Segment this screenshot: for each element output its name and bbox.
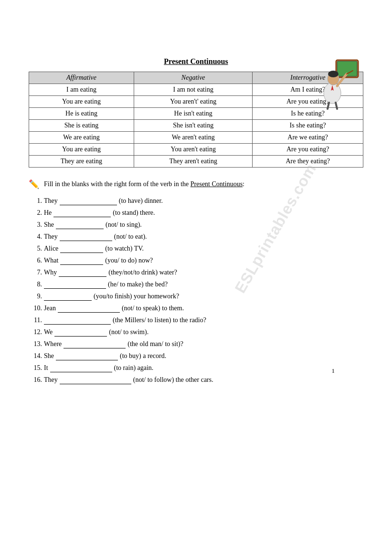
exercise-number: 16.	[29, 376, 42, 384]
answer-blank[interactable]	[60, 233, 112, 241]
exercise-list: 1.They (to have) dinner.2.He (to stand) …	[29, 197, 363, 384]
exercise-item: 11. (the Millers/ to listen) to the radi…	[29, 316, 363, 325]
exercise-hint: (to have) dinner.	[119, 197, 163, 205]
instruction-prefix: Fill in the blanks with the right form o…	[44, 180, 191, 188]
answer-blank[interactable]	[60, 245, 103, 253]
exercise-hint: (he/ to make) the bed?	[108, 281, 168, 288]
sentence-before: He	[44, 209, 52, 217]
exercise-item: 9. (you/to finish) your homework?	[29, 293, 363, 301]
table-cell: Are they eating?	[253, 156, 363, 168]
table-cell: He isn't eating	[134, 108, 253, 120]
answer-blank[interactable]	[56, 221, 104, 229]
exercise-number: 1.	[29, 197, 42, 205]
exercise-sentence: We (not/ to swim).	[44, 328, 363, 337]
answer-blank[interactable]	[60, 197, 117, 205]
table-cell: We aren't eating	[134, 132, 253, 144]
exercise-sentence: Jean (not/ to speak) to them.	[44, 305, 363, 313]
page-number: 1	[332, 367, 335, 375]
sentence-before: They	[44, 197, 58, 205]
exercise-item: 10.Jean (not/ to speak) to them.	[29, 305, 363, 313]
exercise-item: 2.He (to stand) there.	[29, 209, 363, 217]
exercise-item: 14.She (to buy) a record.	[29, 352, 363, 360]
answer-blank[interactable]	[44, 281, 106, 289]
exercise-item: 16.They (not/ to follow) the other cars.	[29, 376, 363, 384]
sentence-before: Where	[44, 340, 62, 348]
pencil-icon: ✏️	[29, 179, 39, 190]
exercise-header: ✏️ Fill in the blanks with the right for…	[29, 179, 363, 190]
exercise-sentence: They (to have) dinner.	[44, 197, 363, 205]
answer-blank[interactable]	[64, 340, 126, 348]
exercise-hint: (not/ to follow) the other cars.	[133, 376, 213, 384]
answer-blank[interactable]	[56, 352, 118, 360]
exercise-number: 12.	[29, 328, 42, 336]
table-cell: She is eating	[29, 120, 134, 132]
exercise-number: 14.	[29, 352, 42, 360]
exercise-number: 8.	[29, 281, 42, 288]
exercise-hint: (the Millers/ to listen) to the radio?	[113, 316, 206, 324]
exercise-number: 9.	[29, 293, 42, 300]
exercise-hint: (to watch) TV.	[105, 245, 144, 253]
exercise-number: 13.	[29, 340, 42, 348]
answer-blank[interactable]	[54, 328, 107, 337]
table-cell: I am eating	[29, 84, 134, 96]
table-cell: They aren't eating	[134, 156, 253, 168]
answer-blank[interactable]	[53, 209, 111, 217]
exercise-number: 3.	[29, 221, 42, 229]
exercise-hint: (they/not/to drink) water?	[108, 269, 177, 276]
exercise-hint: (you/to finish) your homework?	[94, 293, 179, 300]
table-cell: We are eating	[29, 132, 134, 144]
exercise-number: 2.	[29, 209, 42, 217]
sentence-before: Jean	[44, 305, 56, 312]
exercise-item: 1.They (to have) dinner.	[29, 197, 363, 205]
sentence-before: It	[44, 364, 48, 372]
exercise-item: 6.What (you/ to do) now?	[29, 257, 363, 265]
sentence-before: Why	[44, 269, 57, 276]
exercise-sentence: She (not/ to sing).	[44, 221, 363, 229]
answer-blank[interactable]	[59, 269, 106, 277]
answer-blank[interactable]	[44, 316, 111, 325]
answer-blank[interactable]	[60, 376, 131, 384]
exercise-sentence: She (to buy) a record.	[44, 352, 363, 360]
svg-line-9	[336, 103, 337, 109]
svg-line-8	[328, 103, 329, 109]
table-cell: They are eating	[29, 156, 134, 168]
exercise-hint: (to stand) there.	[113, 209, 155, 217]
exercise-sentence: (the Millers/ to listen) to the radio?	[44, 316, 363, 325]
col-header-negative: Negative	[134, 72, 253, 84]
exercise-number: 4.	[29, 233, 42, 241]
exercise-number: 6.	[29, 257, 42, 264]
exercise-item: 5.Alice (to watch) TV.	[29, 245, 363, 253]
table-cell: You are eating	[29, 96, 134, 108]
answer-blank[interactable]	[58, 305, 120, 313]
instruction-highlight: Present Continuous	[191, 180, 243, 188]
exercise-sentence: Why (they/not/to drink) water?	[44, 269, 363, 277]
table-cell: You are eating	[29, 144, 134, 156]
exercise-hint: (to rain) again.	[114, 364, 154, 372]
table-row: She is eatingShe isn't eatingIs she eati…	[29, 120, 363, 132]
exercise-hint: (not/ to swim).	[109, 328, 148, 336]
sentence-before: What	[44, 257, 58, 264]
table-cell: He is eating	[29, 108, 134, 120]
table-cell: Is she eating?	[253, 120, 363, 132]
exercise-sentence: It (to rain) again.	[44, 364, 363, 372]
answer-blank[interactable]	[44, 293, 92, 301]
exercise-hint: (to buy) a record.	[120, 352, 166, 360]
svg-point-4	[328, 71, 339, 77]
table-cell: Are we eating?	[253, 132, 363, 144]
exercise-hint: (the old man/ to sit)?	[127, 340, 183, 348]
sentence-before: Alice	[44, 245, 58, 253]
instruction-suffix: :	[243, 180, 244, 188]
table-row: We are eatingWe aren't eatingAre we eati…	[29, 132, 363, 144]
answer-blank[interactable]	[50, 364, 112, 372]
exercise-sentence: Where (the old man/ to sit)?	[44, 340, 363, 348]
table-cell: I am not eating	[134, 84, 253, 96]
exercise-sentence: (he/ to make) the bed?	[44, 281, 363, 289]
exercise-sentence: Alice (to watch) TV.	[44, 245, 363, 253]
answer-blank[interactable]	[60, 257, 103, 265]
table-row: They are eatingThey aren't eatingAre the…	[29, 156, 363, 168]
exercise-number: 11.	[29, 316, 42, 324]
exercise-item: 13.Where (the old man/ to sit)?	[29, 340, 363, 348]
page-wrapper: Present Continuous Affirmative Negative …	[29, 57, 363, 384]
exercise-item: 3.She (not/ to sing).	[29, 221, 363, 229]
exercise-item: 4.They (not/ to eat).	[29, 233, 363, 241]
